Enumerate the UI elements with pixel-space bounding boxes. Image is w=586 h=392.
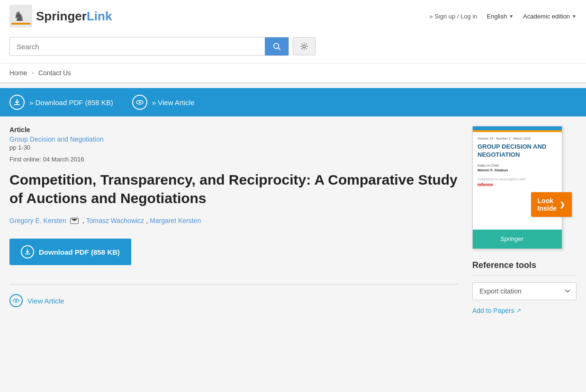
author-3-link[interactable]: Margaret Kersten (150, 217, 201, 224)
add-to-papers-link[interactable]: Add to Papers ↗ (472, 307, 577, 314)
cover-volume-text: Volume 25 · Number 2 · March 2016 (478, 137, 557, 140)
cover-journal-title: GROUP DECISION AND NEGOTIATION (478, 143, 557, 159)
svg-line-4 (278, 48, 280, 50)
svg-point-8 (139, 101, 141, 103)
email-icon (70, 218, 79, 224)
view-article-button[interactable]: View Article (9, 294, 64, 307)
header-download-pdf-btn[interactable]: » Download PDF (858 KB) (9, 95, 113, 110)
article-type: Article (9, 126, 458, 134)
nav-separator: • (32, 71, 34, 76)
view-article-circle-icon (132, 95, 147, 110)
download-btn-icon (24, 249, 31, 255)
edition-selector[interactable]: Academic edition ▼ (523, 13, 577, 20)
svg-rect-2 (11, 23, 30, 25)
logo-link: Link (87, 9, 112, 23)
look-inside-arrow: ❯ (559, 201, 565, 208)
download-pdf-label: Download PDF (858 KB) (39, 248, 120, 256)
logo-text: SpringerLink (36, 9, 112, 24)
search-input[interactable] (10, 38, 265, 55)
cover-springer-text: Springer (498, 234, 536, 244)
look-inside-button[interactable]: LookInside ❯ (531, 192, 572, 217)
language-label: English (487, 13, 507, 20)
cover-editor-name: Melvin F. Shakun (478, 168, 557, 172)
view-article-eye-icon (13, 297, 19, 304)
nav-contact[interactable]: Contact Us (38, 63, 71, 82)
nav-home[interactable]: Home (9, 63, 27, 82)
svg-text:Springer: Springer (500, 235, 524, 242)
view-article-circle-icon (9, 294, 23, 307)
header-download-pdf-label: » Download PDF (858 KB) (29, 98, 113, 107)
article-date: First online: 04 March 2016 (9, 156, 458, 163)
language-selector[interactable]: English ▼ (487, 13, 514, 20)
logo-area[interactable]: ♞ SpringerLink (9, 5, 112, 27)
authors: Gregory E. Kersten , Tomasz Wachowicz , … (9, 217, 458, 224)
download-btn-circle-icon (21, 245, 34, 258)
springer-logo-icon: ♞ (9, 5, 32, 27)
export-citation-select[interactable]: Export citation BibTeX RIS EndNote (472, 282, 577, 300)
reference-section: Reference tools Export citation BibTeX R… (472, 260, 577, 314)
svg-text:♞: ♞ (13, 9, 25, 24)
author-separator-1: , (82, 217, 84, 224)
main-content: Article Group Decision and Negotiation p… (0, 116, 586, 324)
download-circle-icon (9, 95, 25, 110)
journal-name[interactable]: Group Decision and Negotiation (9, 135, 103, 143)
settings-button[interactable] (293, 37, 316, 55)
header-right: » Sign up / Log in English ▼ Academic ed… (429, 13, 577, 20)
cover-top-stripe (473, 126, 562, 130)
search-button[interactable] (265, 37, 288, 55)
download-icon (13, 98, 21, 106)
edition-dropdown-arrow: ▼ (572, 14, 577, 19)
article-divider (9, 284, 458, 285)
article-title: Competition, Transparency, and Reciproci… (9, 170, 458, 207)
cover-editor-label: Editor-in-Chief (478, 164, 557, 167)
cover-image: Volume 25 · Number 2 · March 2016 GROUP … (472, 126, 562, 249)
cover-informs-logo: informs (478, 182, 557, 187)
svg-point-11 (15, 300, 17, 302)
logo-springer: Springer (36, 9, 87, 23)
action-bar: » Download PDF (858 KB) » View Article (0, 88, 586, 116)
nav-bar: Home • Contact Us (0, 63, 586, 83)
gear-icon (300, 42, 308, 51)
look-inside-label: LookInside (538, 197, 557, 212)
article-section: Article Group Decision and Negotiation p… (9, 126, 458, 314)
search-icon (272, 42, 281, 51)
header-view-article-btn[interactable]: » View Article (132, 95, 195, 110)
sign-up-link[interactable]: » Sign up / Log in (429, 13, 477, 20)
language-dropdown-arrow: ▼ (509, 14, 514, 19)
cover-bottom: Springer (473, 230, 562, 249)
header-view-article-label: » View Article (152, 98, 195, 107)
author-2-link[interactable]: Tomasz Wachowicz (86, 217, 144, 224)
download-pdf-button[interactable]: Download PDF (858 KB) (9, 239, 131, 265)
svg-point-5 (303, 45, 305, 47)
search-area (0, 32, 586, 63)
eye-icon (136, 98, 144, 106)
header: ♞ SpringerLink » Sign up / Log in Englis… (0, 0, 586, 83)
author-1-link[interactable]: Gregory E. Kersten (9, 217, 66, 224)
external-link-icon: ↗ (516, 307, 521, 314)
add-to-papers-label: Add to Papers (472, 307, 514, 314)
journal-cover: Volume 25 · Number 2 · March 2016 GROUP … (472, 126, 567, 249)
search-wrapper (9, 37, 289, 56)
edition-label: Academic edition (523, 13, 570, 20)
sidebar: Volume 25 · Number 2 · March 2016 GROUP … (472, 126, 577, 314)
header-top: ♞ SpringerLink » Sign up / Log in Englis… (0, 0, 586, 32)
cover-springer-svg: Springer (498, 234, 536, 243)
view-article-label: View Article (27, 297, 64, 305)
cover-publisher-note: Published in association with (478, 177, 557, 181)
reference-tools-title: Reference tools (472, 260, 577, 276)
author-separator-2: , (146, 217, 148, 224)
article-meta: Article Group Decision and Negotiation p… (9, 126, 458, 163)
article-pages: pp 1-30 (9, 144, 458, 151)
